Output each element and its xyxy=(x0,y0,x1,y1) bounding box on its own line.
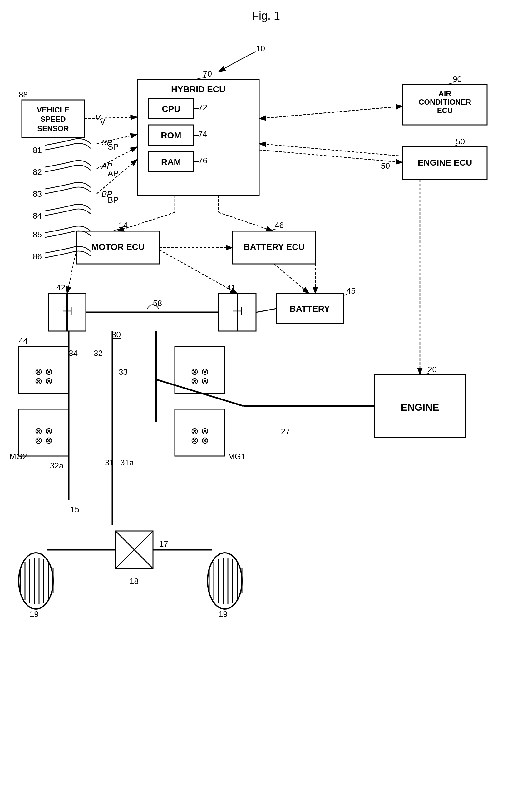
svg-rect-85 xyxy=(175,409,225,456)
svg-text:⊗ ⊗: ⊗ ⊗ xyxy=(35,435,53,445)
svg-text:⊗ ⊗: ⊗ ⊗ xyxy=(35,366,53,377)
svg-text:20: 20 xyxy=(428,365,437,374)
svg-rect-35 xyxy=(276,294,343,323)
svg-text:88: 88 xyxy=(19,90,28,99)
svg-rect-26 xyxy=(403,147,487,180)
svg-line-64 xyxy=(259,106,403,119)
svg-rect-17 xyxy=(148,151,194,172)
svg-line-135 xyxy=(67,250,76,294)
svg-text:ROM: ROM xyxy=(161,131,181,140)
svg-line-51 xyxy=(84,117,137,119)
svg-text:31a: 31a xyxy=(120,458,134,467)
svg-rect-32 xyxy=(233,231,315,264)
svg-text:33: 33 xyxy=(119,367,128,377)
svg-text:30: 30 xyxy=(112,330,121,339)
svg-rect-84 xyxy=(175,347,225,393)
svg-rect-21 xyxy=(403,84,487,125)
svg-text:81: 81 xyxy=(33,146,42,155)
svg-rect-9 xyxy=(148,98,194,119)
svg-text:76: 76 xyxy=(198,156,207,165)
svg-text:⊗ ⊗: ⊗ ⊗ xyxy=(191,435,209,445)
svg-text:45: 45 xyxy=(346,286,356,295)
svg-line-67 xyxy=(259,144,403,156)
svg-line-60 xyxy=(274,264,309,294)
svg-rect-38 xyxy=(375,375,465,437)
label-ap: AP xyxy=(108,169,119,178)
svg-rect-106 xyxy=(115,531,153,568)
svg-line-134 xyxy=(156,380,244,406)
svg-text:15: 15 xyxy=(70,505,79,514)
svg-text:AIR: AIR xyxy=(438,89,451,98)
svg-text:70: 70 xyxy=(203,69,212,78)
label-sp: SP xyxy=(108,142,119,152)
svg-rect-77 xyxy=(19,347,69,393)
svg-text:14: 14 xyxy=(119,221,128,230)
svg-text:19: 19 xyxy=(30,609,39,619)
svg-text:32a: 32a xyxy=(50,461,64,470)
svg-text:BATTERY: BATTERY xyxy=(289,304,330,314)
svg-line-108 xyxy=(115,531,153,568)
svg-text:50: 50 xyxy=(381,161,390,170)
svg-text:⊗ ⊗: ⊗ ⊗ xyxy=(191,426,209,436)
figure-title: Fig. 1 xyxy=(252,10,280,22)
svg-text:83: 83 xyxy=(33,189,42,199)
svg-line-136 xyxy=(159,250,237,294)
svg-point-122 xyxy=(208,553,242,609)
svg-text:⊣: ⊣ xyxy=(62,304,73,318)
svg-text:74: 74 xyxy=(198,129,207,139)
svg-text:VEHICLE: VEHICLE xyxy=(37,106,69,114)
svg-text:⊗ ⊗: ⊗ ⊗ xyxy=(35,376,53,386)
svg-text:90: 90 xyxy=(453,74,462,84)
svg-rect-72 xyxy=(218,294,256,331)
svg-text:42: 42 xyxy=(56,283,65,292)
svg-text:34: 34 xyxy=(69,349,78,358)
svg-rect-1 xyxy=(22,100,84,137)
svg-text:⊗ ⊗: ⊗ ⊗ xyxy=(191,376,209,386)
svg-text:SPEED: SPEED xyxy=(40,115,65,123)
svg-line-56 xyxy=(117,213,175,231)
svg-text:17: 17 xyxy=(159,539,168,548)
svg-text:⊗ ⊗: ⊗ ⊗ xyxy=(35,426,53,436)
svg-text:19: 19 xyxy=(218,609,228,619)
svg-line-76 xyxy=(256,309,276,312)
svg-text:32: 32 xyxy=(94,349,103,358)
svg-text:MOTOR ECU: MOTOR ECU xyxy=(92,242,145,252)
label-bp: BP xyxy=(108,195,119,205)
svg-text:46: 46 xyxy=(275,221,284,230)
svg-text:ECU: ECU xyxy=(437,106,453,115)
svg-text:SENSOR: SENSOR xyxy=(37,124,69,133)
svg-text:86: 86 xyxy=(33,252,42,261)
label-v: V xyxy=(100,117,105,127)
svg-text:84: 84 xyxy=(33,211,42,221)
svg-text:MG2: MG2 xyxy=(10,452,27,461)
svg-rect-29 xyxy=(76,231,159,264)
svg-rect-13 xyxy=(148,125,194,145)
svg-text:CONDITIONER: CONDITIONER xyxy=(419,98,471,106)
svg-text:BATTERY ECU: BATTERY ECU xyxy=(244,242,305,252)
svg-text:ENGINE: ENGINE xyxy=(401,402,439,413)
svg-text:ENGINE ECU: ENGINE ECU xyxy=(418,158,472,167)
svg-text:43: 43 xyxy=(227,305,236,314)
svg-text:RAM: RAM xyxy=(161,157,181,167)
svg-text:41: 41 xyxy=(227,283,236,292)
svg-line-66 xyxy=(259,150,403,162)
svg-text:⊣: ⊣ xyxy=(232,304,243,318)
svg-rect-78 xyxy=(19,409,69,456)
svg-rect-70 xyxy=(49,294,86,331)
svg-text:HYBRID ECU: HYBRID ECU xyxy=(171,84,225,94)
svg-text:50: 50 xyxy=(456,137,465,146)
svg-text:58: 58 xyxy=(153,299,162,308)
svg-text:72: 72 xyxy=(198,103,207,112)
svg-text:18: 18 xyxy=(130,576,139,586)
svg-line-65 xyxy=(259,106,403,119)
svg-text:85: 85 xyxy=(33,230,42,239)
svg-line-58 xyxy=(218,213,273,231)
svg-text:⊗ ⊗: ⊗ ⊗ xyxy=(191,366,209,377)
svg-text:82: 82 xyxy=(33,167,42,177)
svg-line-107 xyxy=(115,531,153,568)
ref-10: 10 xyxy=(256,44,265,53)
svg-point-112 xyxy=(19,553,53,609)
svg-text:31: 31 xyxy=(105,458,114,467)
svg-text:MG1: MG1 xyxy=(228,452,245,461)
svg-text:27: 27 xyxy=(281,427,290,436)
